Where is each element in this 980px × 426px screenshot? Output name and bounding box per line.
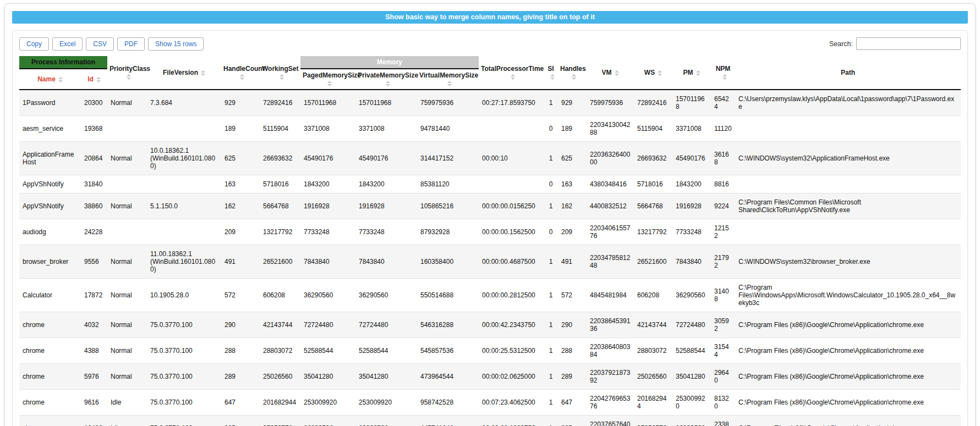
column-header-vm[interactable]: VM [587,56,634,90]
cell-id: 4388 [81,338,107,364]
cell-priority_class [107,175,147,193]
cell-private_memory_size: 7733248 [355,219,417,245]
cell-id: 20864 [81,142,107,175]
cell-file_version: 11.00.18362.1 (WinBuild.160101.0800) [147,245,221,279]
cell-vm: 2203632640000 [587,142,634,175]
csv-button[interactable]: CSV [86,37,114,51]
sort-icon [280,74,284,80]
cell-pm: 1843200 [672,175,711,193]
pdf-button[interactable]: PDF [117,37,145,51]
column-header-handlecount[interactable]: HandleCount [221,56,260,90]
cell-name: Calculator [19,279,81,312]
cell-working_set: 25026560 [260,364,300,390]
column-header-pm[interactable]: PM [672,56,711,90]
cell-working_set: 201682944 [260,390,300,416]
cell-pm: 7843840 [672,245,711,279]
cell-priority_class [107,219,147,245]
search-input[interactable] [856,37,961,50]
cell-ws: 72892416 [634,90,672,116]
table-row: ApplicationFrameHost20864Normal10.0.1836… [19,142,961,175]
column-header-privatememorysize[interactable]: PrivateMemorySize [355,69,417,90]
column-header-ws[interactable]: WS [634,56,672,90]
cell-si: 0 [544,175,558,193]
cell-name: aesm_service [19,116,81,142]
cell-vm: 2203765764096 [587,416,634,426]
cell-handle_count: 295 [221,416,260,426]
cell-working_set: 35352576 [260,416,300,426]
column-header-virtualmemorysize[interactable]: VirtualMemorySize [417,69,479,90]
cell-working_set: 5718016 [260,175,300,193]
cell-priority_class: Idle [107,416,147,426]
excel-button[interactable]: Excel [52,37,83,51]
cell-path: C:\Program Files (x86)\Google\Chrome\App… [735,338,961,364]
cell-priority_class: Idle [107,390,147,416]
cell-priority_class: Normal [107,312,147,338]
column-header-path[interactable]: Path [735,56,961,90]
page-length-button[interactable]: Show 15 rows [148,37,204,51]
table-row: Calculator17872Normal10.1905.28.05726062… [19,279,961,312]
cell-pm: 7733248 [672,219,711,245]
cell-vm: 2203478581248 [587,245,634,279]
cell-file_version: 75.0.3770.100 [147,416,221,426]
cell-vm: 2203406155776 [587,219,634,245]
cell-pm: 35041280 [672,364,711,390]
cell-working_set: 606208 [260,279,300,312]
cell-name: audiodg [19,219,81,245]
cell-virtual_memory_size: 87932928 [417,219,479,245]
cell-paged_memory_size: 7843840 [300,245,355,279]
column-header-pagedmemorysize[interactable]: PagedMemorySize [300,69,355,90]
cell-priority_class: Normal [107,142,147,175]
cell-name: ApplicationFrameHost [19,142,81,175]
cell-paged_memory_size: 7733248 [300,219,355,245]
table-panel: Copy Excel CSV PDF Show 15 rows Search: [12,30,968,426]
copy-button[interactable]: Copy [19,37,49,51]
cell-file_version: 75.0.3770.100 [147,364,221,390]
sort-icon [240,74,244,80]
cell-handles: 625 [558,142,587,175]
sort-icon [386,81,390,86]
column-header-name[interactable]: Name [19,69,81,90]
sort-icon [615,70,619,76]
cell-id: 20300 [81,90,107,116]
cell-npm: 23384 [711,416,735,426]
cell-handles: 162 [558,193,587,219]
cell-id: 10420 [81,416,107,426]
sort-icon [511,74,515,80]
cell-ws: 606208 [634,279,672,312]
cell-ws: 35352576 [634,416,672,426]
column-header-fileversion[interactable]: FileVersion [147,56,221,90]
cell-virtual_memory_size: 94781440 [417,116,479,142]
cell-ws: 28803072 [634,338,672,364]
cell-npm: 31408 [711,279,735,312]
column-header-priorityclass[interactable]: PriorityClass [107,56,147,90]
column-header-workingset[interactable]: WorkingSet [260,56,300,90]
cell-path [735,175,961,193]
cell-virtual_memory_size: 550514688 [417,279,479,312]
cell-paged_memory_size: 1916928 [300,193,355,219]
column-header-totalprocessortime[interactable]: TotalProcessorTime [479,56,544,90]
cell-name: chrome [19,416,81,426]
sort-icon [58,77,63,82]
cell-working_set: 13217792 [260,219,300,245]
column-header-handles[interactable]: Handles [558,56,587,90]
cell-id: 17872 [81,279,107,312]
cell-handle_count: 929 [221,90,260,116]
column-header-si[interactable]: SI [544,56,558,90]
sort-icon [201,70,205,76]
cell-virtual_memory_size: 447541248 [417,416,479,426]
cell-path [735,219,961,245]
column-header-npm[interactable]: NPM [711,56,735,90]
cell-handle_count: 189 [221,116,260,142]
table-row: AppVShNotify38860Normal5.1.150.016256647… [19,193,961,219]
cell-id: 9616 [81,390,107,416]
cell-private_memory_size: 72724480 [355,312,417,338]
cell-pm: 1916928 [672,193,711,219]
cell-handle_count: 162 [221,193,260,219]
cell-npm: 30592 [711,312,735,338]
sort-icon [550,74,555,80]
cell-name: chrome [19,312,81,338]
cell-si: 1 [544,245,558,279]
column-header-id[interactable]: Id [81,69,107,90]
cell-paged_memory_size: 20033536 [300,416,355,426]
cell-id: 9556 [81,245,107,279]
